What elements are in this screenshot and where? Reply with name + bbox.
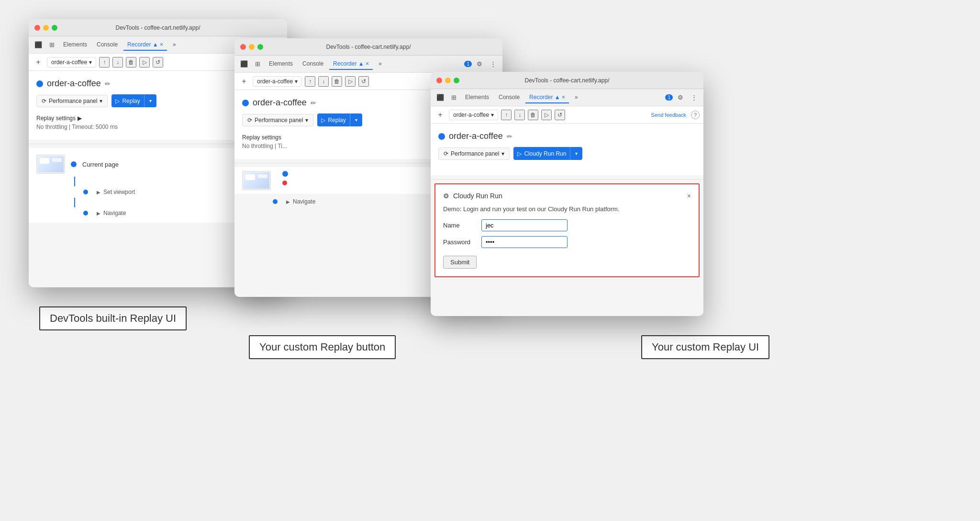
settings-arrow-1: ▶ [78,115,82,122]
download-icon-3[interactable]: ↓ [514,110,525,120]
close-button-3[interactable] [436,78,442,83]
cursor-icon-3[interactable]: ⬛ [434,92,446,103]
tab-elements-2[interactable]: Elements [265,58,297,70]
tab-console-3[interactable]: Console [495,92,523,103]
replay-settings-label-2[interactable]: Replay settings [242,134,281,141]
add-recording-btn-2[interactable]: + [238,76,250,87]
timeline-line-2 [74,198,75,207]
minimize-button-3[interactable] [445,78,451,83]
thumbnail-1 [36,155,65,174]
replay-btn-1[interactable]: ▷ Replay [111,94,144,107]
add-recording-btn-1[interactable]: + [33,57,44,68]
performance-icon-3: ⟳ [444,150,448,157]
recording-dot-2 [242,100,249,106]
devtools-toolbar-3: ⬛ ⊞ Elements Console Recorder ▲ × » 1 ⚙ … [431,89,703,106]
tab-console-1[interactable]: Console [93,39,122,51]
tab-more-3[interactable]: » [571,92,582,103]
replay-play-icon-2: ▷ [321,117,325,124]
maximize-button-1[interactable] [52,25,57,31]
window-title-2: DevTools - coffee-cart.netlify.app/ [326,44,411,50]
tab-elements-1[interactable]: Elements [59,39,91,51]
viewport-dot [83,190,88,194]
tab-more-2[interactable]: » [375,58,386,70]
settings-icon-3[interactable]: ⚙ [675,92,686,103]
caption-2: Your custom Replay button [249,335,396,359]
name-label: Name [443,222,477,229]
cursor-icon[interactable]: ⬛ [33,39,44,51]
maximize-button-3[interactable] [454,78,459,83]
recorder-toolbar-3: + order-a-coffee ▾ ↑ ↓ 🗑 ▷ ↺ Send feedba… [431,106,703,124]
close-ui-btn[interactable]: × [687,192,691,200]
submit-btn[interactable]: Submit [443,256,477,269]
navigate-dot-2 [273,199,278,204]
play-icon-2[interactable]: ▷ [345,76,356,87]
replay-settings-label-1[interactable]: Replay settings ▶ [36,115,82,122]
upload-icon-2[interactable]: ↑ [305,76,315,87]
password-input[interactable] [481,236,568,248]
download-icon-2[interactable]: ↓ [318,76,329,87]
tab-recorder-1[interactable]: Recorder ▲ × [123,39,167,51]
trash-icon-3[interactable]: 🗑 [528,110,538,120]
recording-select-3[interactable]: order-a-coffee ▾ [449,110,498,120]
performance-panel-btn-2[interactable]: ⟳ Performance panel ▾ [242,114,313,126]
play-icon-3[interactable]: ▷ [541,110,552,120]
performance-panel-btn-3[interactable]: ⟳ Performance panel ▾ [438,147,510,160]
replay-dropdown-btn-2[interactable]: ▾ [350,113,362,126]
edit-name-icon-2[interactable]: ✏ [311,99,316,107]
cloudy-dropdown-btn-3[interactable]: ▾ [570,147,582,160]
window-3: DevTools - coffee-cart.netlify.app/ ⬛ ⊞ … [431,72,703,316]
cloudy-btn-3[interactable]: ▷ Cloudy Run Run [513,147,570,160]
custom-ui-panel: ⚙ Cloudy Run Run × Demo: Login and run y… [434,183,700,277]
current-page-label: Current page [82,161,119,168]
upload-icon-3[interactable]: ↑ [501,110,512,120]
layers-icon-2[interactable]: ⊞ [252,58,263,70]
trash-icon-1[interactable]: 🗑 [126,57,136,68]
more-icon-3[interactable]: ⋮ [688,92,700,103]
trash-icon-2[interactable]: 🗑 [332,76,342,87]
settings-icon-2[interactable]: ⚙ [474,58,485,70]
tab-recorder-2[interactable]: Recorder ▲ × [329,58,373,70]
cursor-icon-2[interactable]: ⬛ [238,58,250,70]
send-feedback-3[interactable]: Send feedback [649,112,688,118]
refresh-icon-3[interactable]: ↺ [555,110,565,120]
refresh-icon-1[interactable]: ↺ [153,57,163,68]
layers-icon[interactable]: ⊞ [46,39,57,51]
titlebar-3: DevTools - coffee-cart.netlify.app/ [431,72,703,89]
replay-btn-group-1: ▷ Replay ▾ [111,94,156,107]
viewport-chevron: ▶ [97,190,100,195]
edit-name-icon-3[interactable]: ✏ [507,133,512,140]
edit-name-icon-1[interactable]: ✏ [105,80,111,88]
close-button-2[interactable] [240,44,246,50]
divider-3 [431,179,703,180]
tab-more-1[interactable]: » [169,39,180,51]
performance-panel-btn-1[interactable]: ⟳ Performance panel ▾ [36,95,108,107]
layers-icon-3[interactable]: ⊞ [448,92,459,103]
recording-dot-3 [438,133,445,140]
titlebar-2: DevTools - coffee-cart.netlify.app/ [234,38,502,56]
replay-btn-2[interactable]: ▷ Replay [317,113,349,126]
recording-select-2[interactable]: order-a-coffee ▾ [253,76,302,87]
upload-icon-1[interactable]: ↑ [99,57,110,68]
name-input[interactable] [481,219,568,231]
recording-select-1[interactable]: order-a-coffee ▾ [47,57,96,68]
tab-recorder-3[interactable]: Recorder ▲ × [525,92,569,103]
refresh-icon-2[interactable]: ↺ [358,76,369,87]
download-icon-1[interactable]: ↓ [112,57,123,68]
replay-dropdown-btn-1[interactable]: ▾ [144,94,156,107]
play-icon-1[interactable]: ▷ [139,57,150,68]
chevron-down-icon-2: ▾ [295,78,298,85]
maximize-button-2[interactable] [257,44,263,50]
close-button-1[interactable] [34,25,40,31]
tab-console-2[interactable]: Console [299,58,327,70]
more-icon-2[interactable]: ⋮ [487,58,499,70]
minimize-button-1[interactable] [43,25,49,31]
perf-chevron-icon-3: ▾ [501,150,504,157]
tab-elements-3[interactable]: Elements [461,92,493,103]
recording-name-2: order-a-coffee [253,98,307,108]
help-icon-3[interactable]: ? [691,111,700,119]
perf-chevron-icon-2: ▾ [305,117,308,124]
cloudy-btn-group-3: ▷ Cloudy Run Run ▾ [513,147,582,160]
minimize-button-2[interactable] [249,44,255,50]
add-recording-btn-3[interactable]: + [434,109,446,121]
perf-chevron-icon-1: ▾ [100,98,102,104]
